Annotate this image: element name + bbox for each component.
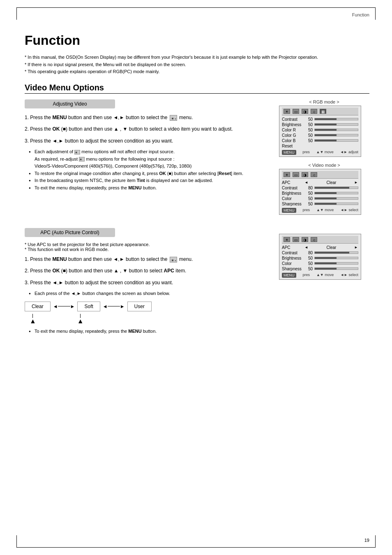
apc-osd-box: ☀ ▭ ◑ ♫ APC ◄ Clear ► Contrast <box>279 234 361 280</box>
apc-user-box: User <box>127 302 152 311</box>
adjusting-video-right: < RGB mode > ☀ ▭ ◑ ♫ ▦ Contrast 50 <box>275 99 369 221</box>
apc-osd-row-brightness: Brightness 50 <box>282 256 358 260</box>
apc-right: ☀ ▭ ◑ ♫ APC ◄ Clear ► Contrast <box>275 228 369 336</box>
rgb-osd-rows: Contrast 50 Brightness 50 Color R 50 <box>282 117 358 148</box>
bullet3: In the broadcasting system NTSC, the pic… <box>30 177 267 184</box>
osd-audio-icon: ♫ <box>311 109 317 114</box>
osd-row-contrast: Contrast 50 <box>282 117 358 122</box>
page-border-left-bottom <box>16 535 17 548</box>
apc-audio-icon: ♫ <box>311 237 317 242</box>
page-border-right-bottom <box>375 535 376 548</box>
video-color-icon: ◑ <box>302 172 308 177</box>
apc-osd-row-contrast: Contrast 80 <box>282 251 358 255</box>
page-number: 19 <box>364 538 369 543</box>
apc-osd-row-color: Color 50 <box>282 261 358 266</box>
apc-osd-footer: MENU pres ▲▼ move ◄► select <box>282 273 358 278</box>
apc-display-icon: ▭ <box>293 237 299 242</box>
adjusting-video-header: Adjusting Video <box>25 99 115 108</box>
video-osd-row-color: Color 50 <box>282 196 358 201</box>
apc-section: APC (Auto Picture Control) * Use APC to … <box>25 228 369 336</box>
rgb-osd-icons: ☀ ▭ ◑ ♫ ▦ <box>282 108 358 115</box>
apc-note1: * Use APC to set the projector for the b… <box>25 242 267 247</box>
osd-row-apc-video: APC ◄ Clear ► <box>282 180 358 185</box>
page-border-top <box>16 7 376 8</box>
adjusting-step1: 1. Press the MENU button and then use ◄,… <box>25 113 267 122</box>
osd-row-reset: Reset <box>282 144 358 148</box>
video-osd-rows: Contrast 80 Brightness 50 Color 50 <box>282 186 358 206</box>
intro-notes: * In this manual, the OSD(On Screen Disp… <box>25 54 369 76</box>
apc-step2: 2. Press the OK (■) button and then use … <box>25 267 267 275</box>
header-section-label: Function <box>352 12 369 17</box>
video-osd-row-brightness: Brightness 50 <box>282 191 358 196</box>
intro-note2: * If there is no input signal present, t… <box>25 61 369 69</box>
osd-active-icon: ▦ <box>320 109 326 114</box>
apc-step3: 3. Press the ◄,► button to adjust the sc… <box>25 279 267 287</box>
osd-row-brightness: Brightness 50 <box>282 122 358 127</box>
apc-diagram: Clear ◄ ► Soft ◄ ► User <box>25 302 267 311</box>
video-sun-icon: ☀ <box>284 172 290 177</box>
adjusting-video-section: Adjusting Video 1. Press the MENU button… <box>25 99 369 221</box>
apc-color-icon: ◑ <box>302 237 308 242</box>
video-osd-row-sharpness: Sharpness 50 <box>282 202 358 206</box>
bullet2: To restore the original image condition … <box>30 170 267 177</box>
video-mode-box: ☀ ▭ ◑ ♫ APC ◄ Clear ► Contrast <box>279 169 361 215</box>
intro-note1: * In this manual, the OSD(On Screen Disp… <box>25 54 369 61</box>
osd-color-icon: ◑ <box>302 109 308 114</box>
video-display-icon: ▭ <box>293 172 299 177</box>
video-menu-title: Video Menu Options <box>25 83 369 94</box>
osd-sun-icon: ☀ <box>284 109 290 114</box>
apc-left: APC (Auto Picture Control) * Use APC to … <box>25 228 275 336</box>
video-osd-footer: MENU pres ▲▼ move ◄► select <box>282 208 358 213</box>
page-border-right-top <box>375 7 376 20</box>
apc-soft-box: Soft <box>77 302 100 311</box>
apc-bullet-press: Each press of the ◄,► button changes the… <box>30 290 267 297</box>
apc-osd-rows: Contrast 80 Brightness 50 Color 50 <box>282 251 358 271</box>
rgb-osd-footer: MENU pres ▲▼ move ◄► adjust <box>282 150 358 155</box>
apc-note2: * This function will not work in RGB mod… <box>25 247 267 252</box>
apc-header: APC (Auto Picture Control) <box>25 228 115 237</box>
apc-arrow-indicators: ▲ ▲ <box>25 314 267 325</box>
intro-note3: * This operating guide explains operatio… <box>25 68 369 76</box>
apc-exit-bullet: To exit the menu display, repeatedly, pr… <box>25 328 267 335</box>
apc-osd: ☀ ▭ ◑ ♫ APC ◄ Clear ► Contrast <box>279 234 369 280</box>
video-audio-icon: ♫ <box>311 172 317 177</box>
osd-display-icon: ▭ <box>293 109 299 114</box>
adjusting-step2: 2. Press the OK (■) button and then use … <box>25 125 267 133</box>
osd-row-color-r: Color R 50 <box>282 128 358 132</box>
apc-bullet-exit: To exit the menu display, repeatedly, pr… <box>30 328 267 335</box>
page-border-bottom <box>16 547 376 548</box>
apc-sun-icon: ☀ <box>284 237 290 242</box>
apc-osd-icons: ☀ ▭ ◑ ♫ <box>282 236 358 244</box>
rgb-mode-label: < RGB mode > <box>279 99 369 104</box>
bullet4: To exit the menu display, repeatedly, pr… <box>30 184 267 192</box>
apc-bullets: Each press of the ◄,► button changes the… <box>25 290 267 297</box>
bullet1: Each adjustment of ☀ menu options will n… <box>30 148 267 170</box>
osd-row-apc-main: APC ◄ Clear ► <box>282 245 358 250</box>
osd-row-color-g: Color G 50 <box>282 133 358 138</box>
video-mode-label: < Video mode > <box>279 163 369 168</box>
apc-clear-box: Clear <box>25 302 51 311</box>
osd-row-color-b: Color B 50 <box>282 138 358 143</box>
video-osd-row-contrast: Contrast 80 <box>282 186 358 190</box>
apc-notes: * Use APC to set the projector for the b… <box>25 242 267 252</box>
video-mode-osd: < Video mode > ☀ ▭ ◑ ♫ APC ◄ Clear ► <box>279 163 369 215</box>
page-title: Function <box>25 33 369 48</box>
adjusting-video-left: Adjusting Video 1. Press the MENU button… <box>25 99 275 221</box>
apc-step1: 1. Press the MENU button and then use ◄,… <box>25 255 267 263</box>
adjusting-step3: 3. Press the ◄,► button to adjust the sc… <box>25 137 267 145</box>
rgb-mode-osd: < RGB mode > ☀ ▭ ◑ ♫ ▦ Contrast 50 <box>279 99 369 157</box>
apc-arrow-2: ◄ ► <box>103 304 125 309</box>
apc-osd-row-sharpness: Sharpness 50 <box>282 267 358 271</box>
rgb-mode-box: ☀ ▭ ◑ ♫ ▦ Contrast 50 Brightness <box>279 106 361 157</box>
page-border-left-top <box>16 7 17 20</box>
apc-arrow-1: ◄ ► <box>53 304 75 309</box>
video-osd-icons: ☀ ▭ ◑ ♫ <box>282 171 358 179</box>
adjusting-bullets: Each adjustment of ☀ menu options will n… <box>25 148 267 192</box>
